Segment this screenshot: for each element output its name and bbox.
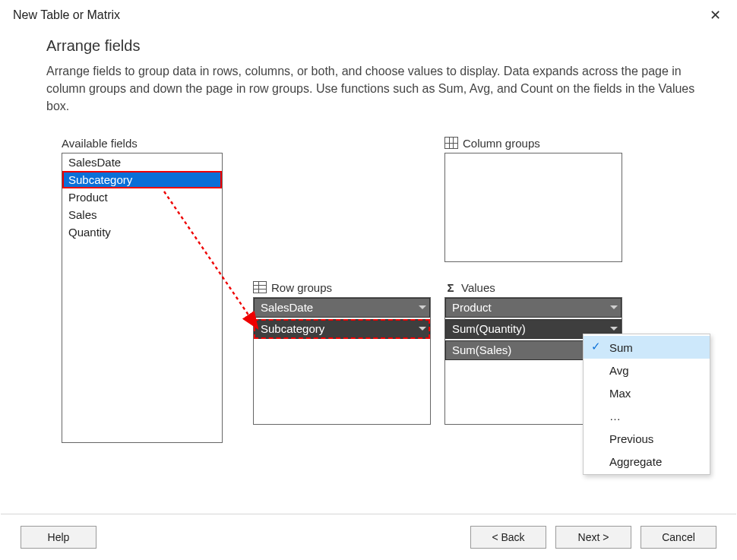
page-heading: Arrange fields — [46, 37, 703, 55]
row-group-item[interactable]: SalesDate — [254, 298, 430, 318]
row-groups-label-text: Row groups — [271, 281, 332, 294]
context-menu-item-label: Aggregate — [609, 455, 662, 468]
available-field-item[interactable]: Quantity — [62, 223, 222, 241]
context-menu-item[interactable]: Avg — [584, 359, 710, 381]
dialog-new-table-or-matrix: New Table or Matrix ✕ Arrange fields Arr… — [0, 0, 737, 560]
next-button[interactable]: Next > — [555, 526, 631, 549]
page-description: Arrange fields to group data in rows, co… — [46, 62, 703, 115]
chevron-down-icon[interactable] — [610, 327, 618, 331]
back-button[interactable]: < Back — [470, 526, 546, 549]
values-label: Σ Values — [444, 281, 622, 294]
context-menu-item[interactable]: Max — [584, 381, 710, 404]
close-icon[interactable]: ✕ — [704, 5, 727, 25]
column-groups-label-text: Column groups — [463, 137, 540, 150]
context-menu-item[interactable]: Aggregate — [584, 450, 710, 473]
chevron-down-icon[interactable] — [610, 305, 618, 309]
chevron-down-icon[interactable] — [419, 305, 426, 309]
aggregate-context-menu[interactable]: ✓SumAvgMax…PreviousAggregate — [583, 334, 710, 475]
values-item-label: Sum(Sales) — [452, 343, 511, 356]
context-menu-item[interactable]: … — [584, 404, 710, 427]
row-group-item-label: Subcategory — [261, 322, 324, 335]
context-menu-item-label: Sum — [609, 341, 633, 354]
row-groups-label: Row groups — [253, 281, 431, 294]
table-icon — [444, 137, 458, 149]
row-group-item[interactable]: Subcategory — [254, 319, 430, 339]
context-menu-item-label: … — [609, 410, 621, 422]
dialog-footer: Help < Back Next > Cancel — [1, 514, 736, 559]
available-fields-label: Available fields — [62, 137, 223, 150]
column-groups-label: Column groups — [444, 137, 622, 150]
available-field-item[interactable]: Subcategory — [62, 171, 222, 188]
context-menu-item-label: Avg — [609, 364, 629, 377]
available-field-item[interactable]: Product — [62, 188, 222, 206]
column-groups-dropzone[interactable] — [444, 153, 622, 262]
sigma-icon: Σ — [444, 281, 457, 294]
values-item-label: Sum(Quantity) — [452, 322, 526, 335]
context-menu-item-label: Previous — [609, 432, 653, 445]
available-fields-panel: Available fields SalesDateSubcategoryPro… — [62, 137, 223, 443]
check-icon: ✓ — [591, 340, 601, 353]
values-item[interactable]: Product — [445, 298, 622, 318]
available-field-item[interactable]: SalesDate — [62, 153, 222, 171]
values-item-label: Product — [452, 301, 492, 314]
available-fields-listbox[interactable]: SalesDateSubcategoryProductSalesQuantity — [62, 153, 223, 443]
row-group-item-label: SalesDate — [261, 301, 313, 314]
context-menu-item[interactable]: Previous — [584, 427, 710, 450]
cancel-button[interactable]: Cancel — [641, 526, 716, 549]
chevron-down-icon[interactable] — [419, 327, 426, 331]
column-groups-panel: Column groups — [444, 137, 622, 262]
values-label-text: Values — [461, 281, 495, 294]
available-field-item[interactable]: Sales — [62, 206, 222, 223]
titlebar: New Table or Matrix ✕ — [1, 1, 736, 30]
window-title: New Table or Matrix — [13, 8, 120, 22]
context-menu-item[interactable]: ✓Sum — [584, 336, 710, 359]
help-button[interactable]: Help — [21, 526, 96, 549]
row-groups-dropzone[interactable]: SalesDateSubcategory — [253, 297, 431, 425]
rows-icon — [253, 281, 267, 293]
context-menu-item-label: Max — [609, 387, 631, 400]
row-groups-panel: Row groups SalesDateSubcategory — [253, 281, 431, 425]
